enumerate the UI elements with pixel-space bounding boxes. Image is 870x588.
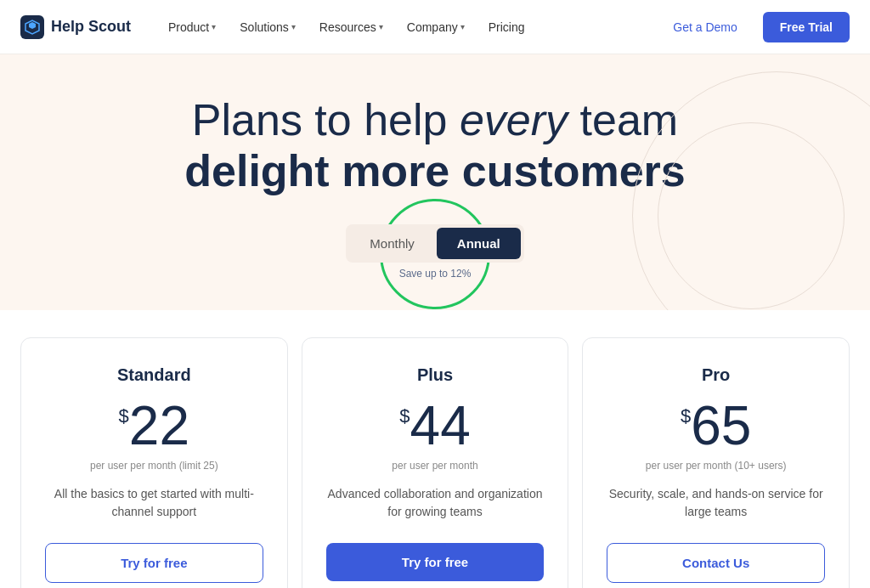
hero-title-bold-line: delight more customers xyxy=(20,146,850,197)
billing-toggle-container: Monthly Annual Save up to 12% xyxy=(20,224,850,280)
get-demo-button[interactable]: Get a Demo xyxy=(658,14,752,41)
plan-amount-pro: 65 xyxy=(691,399,751,453)
plan-price-standard: $ 22 xyxy=(45,399,263,453)
save-badge: Save up to 12% xyxy=(399,268,472,280)
plan-price-pro: $ 65 xyxy=(607,399,825,453)
solutions-chevron-icon: ▾ xyxy=(291,22,296,31)
plan-period-standard: per user per month (limit 25) xyxy=(45,460,263,472)
nav-resources[interactable]: Resources ▾ xyxy=(309,15,393,39)
navbar: Help Scout Product ▾ Solutions ▾ Resourc… xyxy=(0,0,870,54)
hero-section: Plans to help every team delight more cu… xyxy=(0,54,870,310)
plan-name-standard: Standard xyxy=(45,365,263,385)
plan-amount-standard: 22 xyxy=(129,399,189,453)
pro-cta-button[interactable]: Contact Us xyxy=(607,543,825,583)
nav-company[interactable]: Company ▾ xyxy=(397,15,475,39)
hero-title: Plans to help every team delight more cu… xyxy=(20,95,850,197)
plan-name-plus: Plus xyxy=(326,365,545,385)
hero-italic-word: every xyxy=(460,95,568,144)
nav-links: Product ▾ Solutions ▾ Resources ▾ Compan… xyxy=(158,15,658,39)
nav-product[interactable]: Product ▾ xyxy=(158,15,226,39)
plan-amount-plus: 44 xyxy=(410,399,471,453)
free-trial-button[interactable]: Free Trial xyxy=(763,12,850,42)
plan-period-plus: per user per month xyxy=(326,460,545,472)
plan-desc-standard: All the basics to get started with multi… xyxy=(45,485,263,523)
annual-toggle-button[interactable]: Annual xyxy=(437,228,521,259)
nav-solutions[interactable]: Solutions ▾ xyxy=(229,15,306,39)
plan-card-pro: Pro $ 65 per user per month (10+ users) … xyxy=(582,337,850,588)
nav-pricing[interactable]: Pricing xyxy=(478,15,535,39)
company-chevron-icon: ▾ xyxy=(460,22,465,31)
billing-toggle: Monthly Annual xyxy=(346,224,523,263)
plan-desc-plus: Advanced collaboration and organization … xyxy=(326,485,545,523)
standard-cta-button[interactable]: Try for free xyxy=(45,543,263,583)
plus-cta-button[interactable]: Try for free xyxy=(326,543,545,581)
plan-name-pro: Pro xyxy=(607,365,825,385)
product-chevron-icon: ▾ xyxy=(212,22,216,31)
plan-card-standard: Standard $ 22 per user per month (limit … xyxy=(20,337,288,588)
pricing-section: Standard $ 22 per user per month (limit … xyxy=(0,310,870,588)
plan-card-plus: Plus $ 44 per user per month Advanced co… xyxy=(302,337,569,588)
plan-desc-pro: Security, scale, and hands-on service fo… xyxy=(607,485,825,523)
helpscout-logo-icon xyxy=(20,15,44,39)
plan-price-plus: $ 44 xyxy=(326,399,545,453)
monthly-toggle-button[interactable]: Monthly xyxy=(349,228,435,259)
resources-chevron-icon: ▾ xyxy=(379,22,383,31)
logo-text: Help Scout xyxy=(51,18,131,36)
plan-period-pro: per user per month (10+ users) xyxy=(607,460,825,472)
logo[interactable]: Help Scout xyxy=(20,15,131,39)
nav-right: Get a Demo Free Trial xyxy=(658,12,850,42)
